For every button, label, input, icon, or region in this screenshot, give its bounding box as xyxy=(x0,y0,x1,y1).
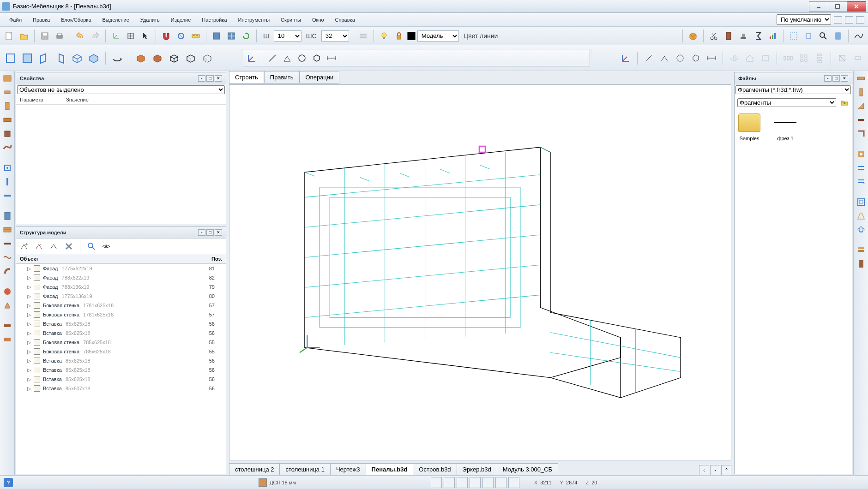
expand-icon[interactable]: ▷ xyxy=(27,284,31,290)
panel-top-icon[interactable] xyxy=(2,87,13,98)
panel-close-button[interactable]: × xyxy=(841,75,848,82)
zoom-button[interactable] xyxy=(817,30,830,42)
tabletop-icon[interactable] xyxy=(2,238,13,249)
menu-tools[interactable]: Инструменты xyxy=(233,15,276,24)
add-node-icon[interactable]: + xyxy=(19,241,30,252)
sb-icon-7[interactable] xyxy=(508,477,519,488)
bulb-button[interactable] xyxy=(378,30,391,42)
magnet-button[interactable] xyxy=(160,30,173,42)
mdi-restore-button[interactable] xyxy=(845,16,853,24)
doc-tab[interactable]: Модуль 3.000_СБ xyxy=(497,463,558,475)
solid-box2-button[interactable] xyxy=(151,51,164,65)
expand-icon[interactable]: ▷ xyxy=(27,386,31,392)
circle2-button[interactable] xyxy=(674,52,687,65)
tree-row[interactable]: ▷Фасад783x136x1979 xyxy=(16,282,226,292)
wall-button[interactable] xyxy=(759,52,772,65)
expand-icon[interactable]: ▷ xyxy=(27,330,31,336)
expand-icon[interactable]: ▷ xyxy=(27,358,31,364)
circle-shape-button[interactable] xyxy=(295,52,308,65)
mdi-minimize-button[interactable] xyxy=(834,16,842,24)
array-grid-button[interactable] xyxy=(797,52,810,65)
menu-edit[interactable]: Правка xyxy=(27,15,55,24)
view-right-button[interactable] xyxy=(54,51,67,65)
line-shape-button[interactable] xyxy=(266,52,279,65)
materials-button[interactable] xyxy=(210,30,223,42)
panel-side-icon[interactable] xyxy=(2,73,13,84)
hardware-icon[interactable] xyxy=(2,162,13,173)
menu-scripts[interactable]: Скрипты xyxy=(275,15,307,24)
array-h-button[interactable] xyxy=(782,52,795,65)
menu-block[interactable]: Блок/Сборка xyxy=(55,15,96,24)
wave-icon[interactable] xyxy=(2,252,13,263)
save-button[interactable] xyxy=(38,30,51,42)
sb-icon-4[interactable] xyxy=(470,477,481,488)
grid-button[interactable] xyxy=(124,30,137,42)
expand-icon[interactable]: ▷ xyxy=(27,367,31,373)
width-value[interactable]: 10 xyxy=(274,30,301,42)
section-button[interactable] xyxy=(836,52,849,65)
solid-box-button[interactable] xyxy=(134,51,148,65)
folder-up-button[interactable] xyxy=(839,97,850,108)
build-tab[interactable]: Строить xyxy=(229,71,264,83)
menu-product[interactable]: Изделие xyxy=(165,15,197,24)
orient-icon[interactable] xyxy=(245,52,258,65)
sb-icon-6[interactable] xyxy=(495,477,506,488)
file-item-folder[interactable]: Samples xyxy=(738,113,760,141)
measure-button[interactable] xyxy=(189,30,202,42)
fitting1-icon[interactable] xyxy=(2,320,13,331)
model-combo[interactable]: Модель xyxy=(417,30,459,42)
snap-options-button[interactable] xyxy=(175,30,187,42)
panel-dock-button[interactable]: □ xyxy=(832,75,840,82)
remove-node-icon[interactable]: - xyxy=(34,241,45,252)
panel-slope-icon[interactable] xyxy=(856,101,867,112)
open-file-button[interactable] xyxy=(18,30,30,42)
fitting2-icon[interactable] xyxy=(2,334,13,345)
mirror-button[interactable] xyxy=(728,52,741,65)
tree-row[interactable]: ▷Фасад1775x622x1981 xyxy=(16,264,226,273)
hidden-box-button[interactable] xyxy=(184,51,198,65)
operations-tab[interactable]: Операции xyxy=(300,71,340,83)
edit-node-icon[interactable] xyxy=(48,241,60,252)
orbit-icon[interactable] xyxy=(856,224,867,235)
tree-row[interactable]: ▷Вставка85x607x1856 xyxy=(16,384,226,393)
tree-row[interactable]: ▷Боковая стенка1781x625x1857 xyxy=(16,301,226,310)
explode-button[interactable] xyxy=(851,52,864,65)
expand-icon[interactable]: ▷ xyxy=(27,376,31,382)
edge-icon[interactable] xyxy=(856,114,867,125)
house-button[interactable] xyxy=(743,52,756,65)
hatch-button[interactable] xyxy=(357,30,370,42)
panel-pin-button[interactable]: - xyxy=(198,229,205,236)
tree-row[interactable]: ▷Вставка85x625x1856 xyxy=(16,319,226,328)
tree-row[interactable]: ▷Фасад1775x136x1980 xyxy=(16,292,226,301)
orient-icon2[interactable] xyxy=(619,51,633,65)
dimension-shape-button[interactable] xyxy=(325,52,338,65)
cone-icon[interactable] xyxy=(2,300,13,311)
equal-icon[interactable] xyxy=(856,162,867,173)
menu-delete[interactable]: Удалить xyxy=(135,15,165,24)
door-icon[interactable] xyxy=(722,30,735,42)
width-c-value[interactable]: 32 xyxy=(321,30,349,42)
panel-pin-button[interactable]: - xyxy=(198,75,205,82)
close-button[interactable] xyxy=(847,1,866,12)
sb-icon-3[interactable] xyxy=(457,477,468,488)
files-path-combo[interactable]: Фрагменты xyxy=(737,98,836,107)
tab-prev-button[interactable]: ‹ xyxy=(699,465,709,475)
pan-button[interactable] xyxy=(832,30,844,42)
3d-viewport[interactable] xyxy=(229,84,731,460)
angle-shape-button[interactable] xyxy=(281,52,294,65)
undo-button[interactable] xyxy=(74,30,87,42)
view-back-button[interactable] xyxy=(20,51,34,65)
lock-button[interactable] xyxy=(392,30,405,42)
tree-row[interactable]: ▷Боковая стенка1781x625x1857 xyxy=(16,310,226,319)
corner-icon[interactable] xyxy=(856,128,867,139)
tree-row[interactable]: ▷Вставка85x625x1856 xyxy=(16,375,226,384)
view-iso-button[interactable] xyxy=(70,51,84,65)
tree-row[interactable]: ▷Вставка85x625x1856 xyxy=(16,356,226,365)
curve-icon[interactable] xyxy=(852,30,865,42)
edge-band-icon[interactable] xyxy=(2,114,13,125)
doc-tab[interactable]: столешница 2 xyxy=(229,463,280,475)
show-hide-icon[interactable] xyxy=(101,241,112,252)
shade-box-button[interactable] xyxy=(200,51,214,65)
panel-h-icon[interactable] xyxy=(856,73,867,84)
nail-h-icon[interactable] xyxy=(2,190,13,201)
